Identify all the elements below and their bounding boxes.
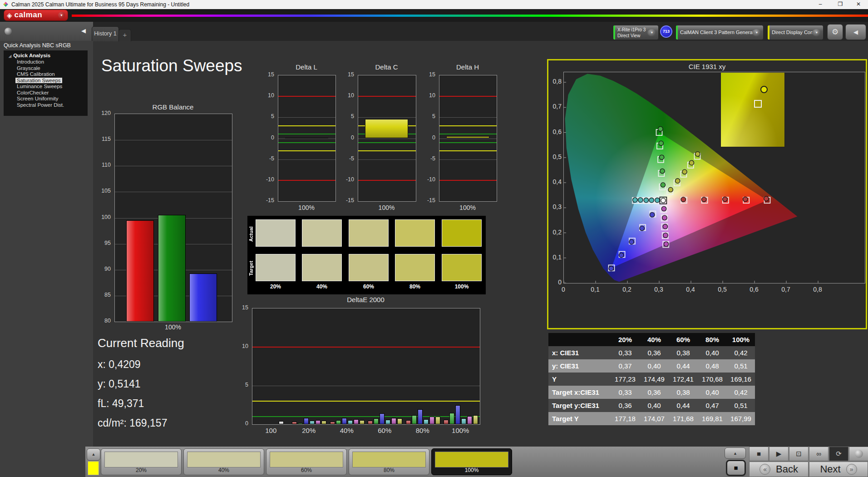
deltae-bar-magenta bbox=[429, 417, 434, 424]
actual-swatch-40% bbox=[302, 219, 342, 247]
deltae-bar-magenta bbox=[467, 416, 472, 424]
next-label: Next bbox=[820, 463, 840, 475]
restore-icon[interactable]: ❐ bbox=[833, 0, 848, 9]
cie-1931-title: CIE 1931 xy bbox=[548, 63, 866, 70]
swatch-col-label: 20% bbox=[256, 283, 296, 290]
rgb-balance-chart[interactable] bbox=[114, 114, 232, 322]
rgb-balance-x-label: 100% bbox=[114, 323, 232, 331]
cie-1931-plot[interactable] bbox=[563, 72, 865, 283]
display-status-accent bbox=[768, 25, 769, 40]
chevron-right-icon: » bbox=[846, 464, 857, 475]
delta-l-chart[interactable] bbox=[278, 75, 336, 202]
deltae-bar-green bbox=[412, 415, 417, 424]
pattern-generator-dropdown[interactable]: CalMAN Client 3 Pattern Generator ▼ bbox=[676, 25, 764, 40]
sidebar-item-saturation-sweeps[interactable]: Saturation Sweeps bbox=[15, 78, 62, 83]
deltae-bar-red bbox=[292, 422, 297, 424]
sidebar-item-luminance-sweeps[interactable]: Luminance Sweeps bbox=[15, 84, 64, 89]
deltae-bar-blue bbox=[455, 405, 460, 424]
stop-icon[interactable]: ■ bbox=[749, 447, 769, 461]
stop-pattern-button[interactable]: ■ bbox=[726, 460, 746, 476]
back-label: Back bbox=[776, 463, 798, 475]
sidebar-item-cms-calibration[interactable]: CMS Calibration bbox=[15, 71, 56, 77]
swatch-col-label: 40% bbox=[302, 283, 342, 290]
deltae-2000-x-axis: 10020%40%60%80%100% bbox=[252, 427, 479, 436]
deltae-2000-chart[interactable] bbox=[252, 308, 480, 425]
collapse-left-icon[interactable]: ◀ bbox=[81, 27, 86, 34]
target-swatch-60% bbox=[349, 254, 389, 281]
swatch-col-label: 60% bbox=[349, 283, 389, 290]
rgb-bar-green bbox=[158, 215, 186, 322]
cie-1931-panel[interactable]: CIE 1931 xy 00,10,20,30,40,50,60,70,800,… bbox=[547, 59, 867, 329]
sphere-icon[interactable] bbox=[5, 28, 12, 35]
calman-logo-button[interactable]: ◈ calman ▼ bbox=[4, 10, 68, 21]
delta-c-x-label: 100% bbox=[358, 204, 415, 211]
play-icon[interactable]: ▶ bbox=[769, 447, 789, 461]
workflow-title: Quick Analysis NBC sRGB bbox=[4, 42, 71, 49]
sphere-icon[interactable] bbox=[849, 447, 868, 461]
chevron-left-icon: « bbox=[760, 464, 770, 475]
pattern-button-80%[interactable]: 80% bbox=[349, 448, 429, 475]
delta-c-chart[interactable] bbox=[358, 75, 416, 202]
deltae-bar-red bbox=[330, 422, 335, 424]
deltae-bar-magenta bbox=[354, 419, 359, 424]
back-button[interactable]: « Back bbox=[749, 462, 809, 477]
pattern-generator-label: CalMAN Client 3 Pattern Generator bbox=[680, 30, 758, 35]
deltae-bar-blue bbox=[342, 418, 347, 424]
sidebar-item-screen-uniformity[interactable]: Screen Uniformity bbox=[15, 96, 59, 101]
sidebar-item-colorchecker[interactable]: ColorChecker bbox=[15, 90, 50, 95]
chevron-down-icon[interactable]: ▼ bbox=[647, 29, 656, 36]
pattern-button-40%[interactable]: 40% bbox=[183, 448, 264, 475]
chevron-down-icon[interactable]: ▼ bbox=[752, 29, 761, 36]
infinite-loop-icon[interactable]: ∞ bbox=[809, 447, 829, 461]
chevron-down-icon[interactable]: ▼ bbox=[58, 12, 65, 19]
actual-swatch-80% bbox=[395, 219, 435, 247]
sidebar-item-grayscale[interactable]: Grayscale bbox=[15, 65, 42, 71]
tree-expander-icon[interactable]: ◢ bbox=[9, 54, 11, 58]
deltae-bar-cyan bbox=[385, 420, 390, 424]
transport-panel-up-icon[interactable]: ▲ bbox=[725, 447, 746, 459]
deltae-bar-yellow bbox=[473, 415, 478, 424]
add-tab-button[interactable]: + bbox=[118, 29, 131, 41]
delta-c-bar bbox=[365, 119, 408, 138]
target-swatch-80% bbox=[395, 254, 435, 281]
delta-h-chart[interactable] bbox=[439, 75, 497, 202]
deltae-bar-cyan bbox=[348, 420, 353, 424]
pattern-button-100%[interactable]: 100% bbox=[431, 448, 512, 475]
pattern-swatch bbox=[104, 452, 178, 467]
collapse-right-panel-button[interactable]: ◀ bbox=[845, 24, 866, 40]
actual-target-swatch-panel: ActualTarget20%40%60%80%100% bbox=[247, 216, 486, 294]
close-icon[interactable]: ✕ bbox=[851, 0, 866, 9]
workflow-tree: ◢Quick Analysis IntroductionGrayscaleCMS… bbox=[4, 50, 88, 116]
swatch-col-label: 100% bbox=[442, 283, 482, 290]
actual-swatch-60% bbox=[349, 219, 389, 247]
sidebar-item-spectral-power-dist-[interactable]: Spectral Power Dist. bbox=[15, 102, 65, 108]
chevron-down-icon[interactable]: ▼ bbox=[812, 29, 821, 36]
rgb-balance-y-axis: 80859095100105110115120 bbox=[93, 114, 113, 321]
deltae-bar-red bbox=[368, 421, 373, 424]
display-control-dropdown[interactable]: Direct Display Control ▼ bbox=[767, 25, 824, 40]
next-button[interactable]: Next » bbox=[809, 462, 868, 477]
delta-c-y-axis: 151050-5-10-15 bbox=[339, 75, 356, 201]
minimize-icon[interactable]: – bbox=[813, 0, 828, 9]
sidebar-item-introduction[interactable]: Introduction bbox=[15, 59, 45, 65]
meter-dropdown[interactable]: X-Rite i1Pro 3 Direct View ▼ bbox=[613, 25, 659, 40]
gear-icon[interactable]: ⚙ bbox=[827, 24, 843, 40]
actual-row-label: Actual bbox=[248, 220, 254, 248]
pattern-panel-up-icon[interactable]: ▲ bbox=[87, 448, 100, 461]
deltae-bar-green bbox=[336, 420, 341, 424]
pattern-button-20%[interactable]: 20% bbox=[101, 448, 182, 475]
pattern-window-icon[interactable]: ⊡ bbox=[789, 447, 809, 461]
target-row-label: Target bbox=[248, 255, 254, 282]
loop-icon[interactable]: ⟳ bbox=[829, 447, 848, 461]
table-row: y: CIE310,370,400,440,480,51 bbox=[548, 359, 755, 373]
rgb-bar-blue bbox=[189, 273, 217, 322]
meter-badge[interactable]: 713 bbox=[660, 25, 672, 38]
table-row: Target Y177,18174,07171,68169,81167,99 bbox=[548, 412, 755, 425]
pattern-swatch bbox=[187, 452, 261, 467]
current-pattern-swatch[interactable] bbox=[88, 461, 99, 475]
deltae-bar-red bbox=[406, 420, 411, 424]
tree-root-quick-analysis[interactable]: ◢Quick Analysis bbox=[4, 53, 88, 58]
pattern-label: 80% bbox=[349, 467, 429, 473]
pattern-button-60%[interactable]: 60% bbox=[266, 448, 347, 475]
tab-history-1[interactable]: History 1 bbox=[92, 26, 119, 41]
